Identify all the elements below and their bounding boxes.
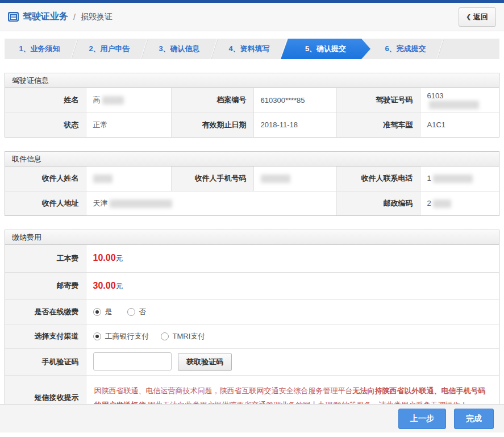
finish-button[interactable]: 完成 xyxy=(454,409,494,429)
pickup-info-table: 收件人姓名 收件人手机号码 收件人联系电话 1 收件人地址 天津 邮政编码 2 xyxy=(5,167,499,215)
table-row: 选择支付渠道 工商银行支付 TMRI支付 xyxy=(5,324,499,348)
sms-notice-part1: 因陕西省联通、电信运营商技术问题，陕西省互联网交通安全综合服务管理平台 xyxy=(94,386,353,395)
table-row: 收件人地址 天津 邮政编码 2 xyxy=(5,191,499,215)
postage-fee-unit: 元 xyxy=(116,282,123,290)
redacted-blur-patch xyxy=(110,199,172,208)
pay-online-yes-label: 是 xyxy=(105,307,113,317)
redacted-blur-patch xyxy=(433,174,473,183)
payment-channel-options: 工商银行支付 TMRI支付 xyxy=(86,324,499,348)
recipient-phone-value: 1 xyxy=(420,167,499,191)
step-2-label: 2、用户申告 xyxy=(89,44,130,54)
payment-section-title: 缴纳费用 xyxy=(5,230,499,245)
redacted-blur-patch xyxy=(429,101,479,109)
breadcrumb: 驾驶证业务 / 损毁换证 xyxy=(8,11,113,23)
license-number-value: 6103 xyxy=(420,88,499,113)
table-row: 邮寄费 30.00元 xyxy=(5,272,499,299)
table-row: 状态 正常 有效期止日期 2018-11-18 准驾车型 A1C1 xyxy=(5,113,499,137)
table-row: 工本费 10.00元 xyxy=(5,245,499,272)
step-navigation: 1、业务须知 2、用户申告 3、确认信息 4、资料填写 5、确认提交 6、完成提… xyxy=(5,39,499,59)
production-fee-label: 工本费 xyxy=(5,245,86,272)
redacted-blur-patch xyxy=(261,174,290,183)
step-4-label: 4、资料填写 xyxy=(228,44,269,54)
name-value: 高 xyxy=(86,88,171,113)
page-title: 损毁换证 xyxy=(81,12,113,22)
channel-icbc-label: 工商银行支付 xyxy=(105,331,149,342)
redacted-blur-patch xyxy=(93,174,113,183)
step-6-complete-submit[interactable]: 6、完成提交 xyxy=(370,39,440,59)
radio-unselected-icon[interactable] xyxy=(161,332,169,340)
step-4-fill-data[interactable]: 4、资料填写 xyxy=(214,39,284,59)
radio-selected-icon[interactable] xyxy=(93,308,101,316)
vehicle-class-label: 准驾车型 xyxy=(336,113,420,137)
pickup-info-section-title: 取件信息 xyxy=(5,152,499,167)
pay-online-no-option[interactable]: 否 xyxy=(127,307,147,317)
production-fee-value: 10.00元 xyxy=(86,245,499,272)
step-2-user-declaration[interactable]: 2、用户申告 xyxy=(74,39,144,59)
back-button[interactable]: ❮ 返回 xyxy=(459,7,496,27)
back-button-label: 返回 xyxy=(473,12,488,22)
step-3-label: 3、确认信息 xyxy=(159,44,199,54)
payment-table: 工本费 10.00元 邮寄费 30.00元 是否在线缴费 是 xyxy=(5,245,499,421)
license-number-label: 驾驶证号码 xyxy=(336,88,420,113)
status-value: 正常 xyxy=(86,113,171,137)
status-label: 状态 xyxy=(5,113,86,137)
table-row: 姓名 高 档案编号 610300****85 驾驶证号码 6103 xyxy=(5,88,499,113)
previous-step-button[interactable]: 上一步 xyxy=(398,409,446,429)
channel-tmri-label: TMRI支付 xyxy=(173,331,206,342)
step-3-confirm-info[interactable]: 3、确认信息 xyxy=(144,39,214,59)
step-navigation-tail xyxy=(440,39,499,59)
license-info-section: 驾驶证信息 姓名 高 档案编号 610300****85 驾驶证号码 6103 … xyxy=(5,73,499,138)
postage-fee-amount: 30.00 xyxy=(93,281,116,290)
sms-code-field-row: 获取验证码 xyxy=(86,348,499,375)
channel-icbc-option[interactable]: 工商银行支付 xyxy=(93,331,149,342)
payment-channel-label: 选择支付渠道 xyxy=(5,324,86,348)
file-number-value: 610300****85 xyxy=(253,88,336,113)
channel-tmri-option[interactable]: TMRI支付 xyxy=(161,331,206,342)
pay-online-yes-option[interactable]: 是 xyxy=(93,307,113,317)
postage-fee-value: 30.00元 xyxy=(86,272,499,299)
recipient-phone-label: 收件人联系电话 xyxy=(336,167,420,191)
postage-fee-label: 邮寄费 xyxy=(5,272,86,299)
license-info-table: 姓名 高 档案编号 610300****85 驾驶证号码 6103 状态 正常 … xyxy=(5,88,499,137)
pay-online-label: 是否在线缴费 xyxy=(5,299,86,324)
recipient-mobile-value xyxy=(253,167,336,191)
expiry-date-value: 2018-11-18 xyxy=(253,113,336,137)
chevron-left-icon: ❮ xyxy=(466,14,471,20)
radio-selected-icon[interactable] xyxy=(93,332,101,340)
breadcrumb-separator: / xyxy=(73,13,76,22)
step-5-confirm-submit-active[interactable]: 5、确认提交 xyxy=(281,39,370,59)
step-5-label: 5、确认提交 xyxy=(305,44,346,54)
list-icon xyxy=(8,12,19,22)
expiry-date-label: 有效期止日期 xyxy=(171,113,253,137)
file-number-label: 档案编号 xyxy=(171,88,253,113)
postcode-prefix: 2 xyxy=(427,199,431,207)
table-row: 是否在线缴费 是 否 xyxy=(5,299,499,324)
table-row: 收件人姓名 收件人手机号码 收件人联系电话 1 xyxy=(5,167,499,191)
footer-action-bar: 上一步 完成 xyxy=(0,404,504,432)
license-number-prefix: 6103 xyxy=(427,91,444,100)
redacted-blur-patch xyxy=(433,199,451,208)
postcode-label: 邮政编码 xyxy=(336,191,420,215)
recipient-name-value xyxy=(86,167,171,191)
step-6-label: 6、完成提交 xyxy=(385,44,426,54)
name-label: 姓名 xyxy=(5,88,86,113)
sms-code-label: 手机验证码 xyxy=(5,348,86,375)
license-info-section-title: 驾驶证信息 xyxy=(5,73,499,88)
recipient-phone-prefix: 1 xyxy=(427,174,431,182)
sms-code-input[interactable] xyxy=(93,352,172,371)
app-title[interactable]: 驾驶证业务 xyxy=(23,11,68,23)
pickup-info-section: 取件信息 收件人姓名 收件人手机号码 收件人联系电话 1 收件人地址 天津 邮政… xyxy=(5,151,499,216)
pay-online-options: 是 否 xyxy=(86,299,499,324)
recipient-address-value: 天津 xyxy=(86,191,336,215)
get-sms-code-button[interactable]: 获取验证码 xyxy=(178,353,232,371)
postcode-value: 2 xyxy=(420,191,499,215)
payment-section: 缴纳费用 工本费 10.00元 邮寄费 30.00元 是否在线缴费 是 xyxy=(5,230,499,421)
radio-unselected-icon[interactable] xyxy=(127,308,135,316)
step-1-business-notice[interactable]: 1、业务须知 xyxy=(5,39,74,59)
vehicle-class-value: A1C1 xyxy=(420,113,499,137)
redacted-blur-patch xyxy=(102,96,124,105)
recipient-address-label: 收件人地址 xyxy=(5,191,86,215)
production-fee-amount: 10.00 xyxy=(93,253,116,263)
production-fee-unit: 元 xyxy=(116,254,123,263)
table-row: 手机验证码 获取验证码 xyxy=(5,348,499,375)
